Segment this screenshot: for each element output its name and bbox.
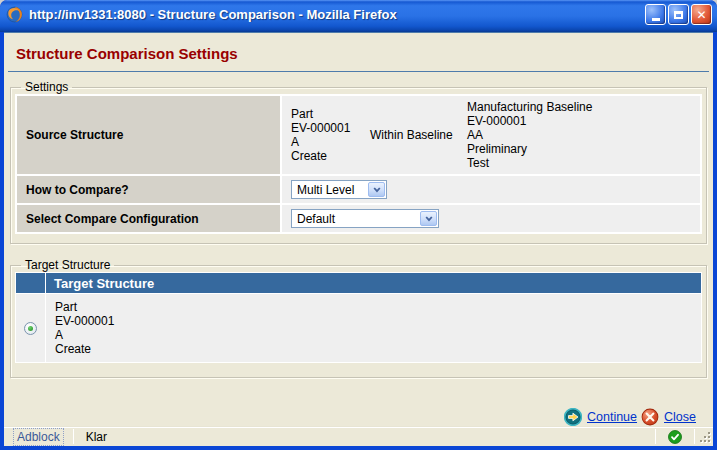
- page-title: Structure Comparison Settings: [16, 45, 713, 62]
- resize-grip[interactable]: [697, 429, 713, 445]
- firefox-window: http://inv1331:8080 - Structure Comparis…: [0, 0, 717, 450]
- settings-fieldset: Settings Source Structure Part EV-000001…: [10, 80, 707, 244]
- close-link[interactable]: Close: [664, 410, 696, 424]
- continue-link[interactable]: Continue: [587, 410, 637, 424]
- compare-configuration-cell: Default: [282, 205, 700, 232]
- continue-arrow-icon[interactable]: [564, 408, 582, 426]
- status-bar: Adblock Klar: [4, 426, 713, 446]
- table-row[interactable]: Part EV-000001 A Create: [46, 294, 701, 362]
- target-structure-radio[interactable]: [24, 322, 37, 335]
- chevron-down-icon[interactable]: [368, 182, 385, 197]
- compare-configuration-selected-value: Default: [297, 212, 335, 226]
- compare-configuration-label: Select Compare Configuration: [17, 205, 280, 232]
- target-structure-lines: Part EV-000001 A Create: [55, 300, 114, 356]
- source-relation-text: Within Baseline: [370, 128, 467, 142]
- page-content: Structure Comparison Settings Settings S…: [4, 32, 713, 426]
- how-to-compare-cell: Multi Level: [282, 176, 700, 203]
- heading-divider: [8, 71, 709, 72]
- title-bar[interactable]: http://inv1331:8080 - Structure Comparis…: [0, 0, 717, 32]
- statusbar-divider: [694, 429, 695, 444]
- target-row-radio-cell: [16, 294, 45, 362]
- firefox-icon: [6, 6, 23, 23]
- target-structure-table: Target Structure Part EV-000001 A Create: [15, 272, 702, 363]
- settings-table: Source Structure Part EV-000001 A Create…: [15, 94, 702, 234]
- minimize-icon: [652, 18, 660, 21]
- close-x-icon[interactable]: [641, 408, 659, 426]
- how-to-compare-selected-value: Multi Level: [297, 183, 354, 197]
- statusbar-divider: [655, 429, 656, 444]
- maximize-button[interactable]: [668, 4, 689, 25]
- how-to-compare-select[interactable]: Multi Level: [291, 180, 387, 199]
- chevron-down-icon[interactable]: [420, 211, 437, 226]
- source-structure-value: Part EV-000001 A Create Within Baseline …: [282, 96, 700, 174]
- how-to-compare-label: How to Compare?: [17, 176, 280, 203]
- adblock-status-button[interactable]: Adblock: [4, 430, 73, 444]
- compare-configuration-select[interactable]: Default: [291, 209, 439, 228]
- minimize-button[interactable]: [645, 4, 666, 25]
- close-button[interactable]: ✕: [691, 4, 712, 25]
- source-structure-label: Source Structure: [17, 96, 280, 174]
- target-structure-legend: Target Structure: [21, 258, 114, 272]
- target-table-column-header: Target Structure: [46, 273, 701, 293]
- target-structure-fieldset: Target Structure Target Structure Part E…: [10, 258, 707, 378]
- security-ok-icon[interactable]: [668, 430, 682, 444]
- status-text: Klar: [74, 430, 655, 444]
- source-structure-lines: Part EV-000001 A Create: [291, 107, 370, 163]
- source-baseline-lines: Manufacturing Baseline EV-000001 AA Prel…: [467, 100, 592, 170]
- action-bar: Continue Close: [4, 408, 700, 426]
- adblock-label: Adblock: [13, 428, 64, 446]
- statusbar-right: [655, 427, 713, 446]
- maximize-icon: [674, 11, 683, 19]
- target-table-select-header: [16, 273, 45, 293]
- close-icon: ✕: [696, 9, 706, 21]
- window-title: http://inv1331:8080 - Structure Comparis…: [29, 7, 643, 22]
- settings-legend: Settings: [21, 80, 72, 94]
